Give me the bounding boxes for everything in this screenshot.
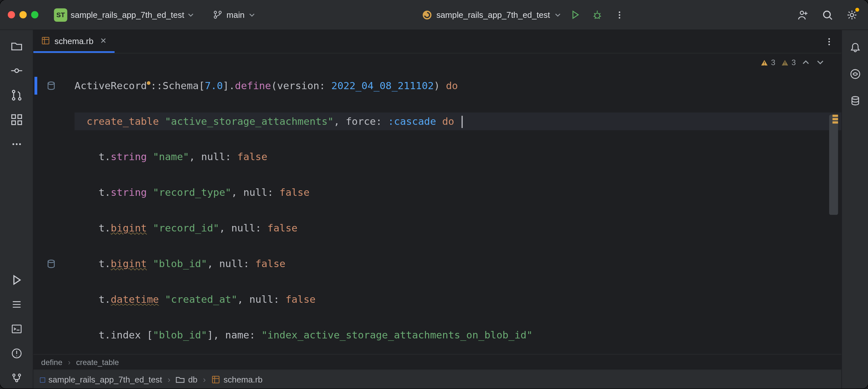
breadcrumb-define[interactable]: define <box>41 358 63 366</box>
project-badge: ST <box>54 8 67 21</box>
svg-point-28 <box>829 41 830 43</box>
svg-rect-26 <box>42 37 49 44</box>
terminal-tool-button[interactable] <box>6 318 27 339</box>
run-config-selector[interactable]: sample_rails_app_7th_ed_test <box>422 10 561 20</box>
svg-point-0 <box>214 11 217 13</box>
problems-tool-button[interactable] <box>6 343 27 364</box>
tab-label: schema.rb <box>54 36 93 46</box>
window-controls <box>8 11 38 18</box>
ai-assistant-tool-button[interactable] <box>844 63 865 85</box>
more-tools-button[interactable] <box>6 134 27 155</box>
editor[interactable]: 3 3 <box>33 54 841 354</box>
chevron-right-icon: › <box>167 375 170 384</box>
folder-icon <box>176 375 185 384</box>
svg-point-24 <box>18 374 21 377</box>
close-window-button[interactable] <box>8 11 15 18</box>
editor-tabs: schema.rb ✕ <box>33 30 841 54</box>
notifications-tool-button[interactable] <box>844 37 865 58</box>
svg-point-19 <box>16 143 17 145</box>
svg-point-5 <box>619 14 620 16</box>
ide-window: ST sample_rails_app_7th_ed_test main sam… <box>0 0 868 388</box>
pull-requests-tool-button[interactable] <box>6 85 27 106</box>
gutter-table-icon-2[interactable] <box>46 258 57 269</box>
ide-body: schema.rb ✕ 3 <box>0 30 868 389</box>
nav-dir[interactable]: db <box>176 375 197 384</box>
chevron-down-icon <box>248 11 255 18</box>
navigation-bar: □ sample_rails_app_7th_ed_test › db › sc… <box>33 369 841 388</box>
svg-rect-32 <box>213 376 219 383</box>
more-run-options-button[interactable] <box>611 6 628 23</box>
close-tab-button[interactable]: ✕ <box>100 36 107 45</box>
breadcrumb-separator-icon: › <box>68 358 71 366</box>
titlebar: ST sample_rails_app_7th_ed_test main sam… <box>0 0 868 30</box>
svg-rect-21 <box>12 325 21 333</box>
svg-point-8 <box>824 11 831 18</box>
run-toolbar: sample_rails_app_7th_ed_test <box>261 6 789 23</box>
breadcrumb-create-table[interactable]: create_table <box>76 358 119 366</box>
svg-point-27 <box>829 38 830 39</box>
project-tool-button[interactable] <box>6 36 27 57</box>
vcs-branch-selector[interactable]: main <box>213 10 255 20</box>
svg-point-10 <box>14 69 18 72</box>
tab-schema-rb[interactable]: schema.rb ✕ <box>33 30 115 53</box>
db-file-icon <box>212 375 220 384</box>
svg-point-12 <box>12 98 14 100</box>
right-tool-rail <box>841 30 868 389</box>
svg-point-23 <box>12 374 15 377</box>
db-file-icon <box>41 36 50 45</box>
module-icon: □ <box>40 375 45 384</box>
svg-point-29 <box>829 44 830 45</box>
settings-button[interactable] <box>844 6 861 23</box>
commit-tool-button[interactable] <box>6 60 27 81</box>
branch-icon <box>213 10 222 20</box>
nav-root[interactable]: □ sample_rails_app_7th_ed_test <box>40 375 162 384</box>
svg-point-13 <box>18 98 21 100</box>
rails-icon <box>422 10 432 20</box>
svg-point-4 <box>619 11 620 13</box>
tabs-more-button[interactable] <box>817 30 841 53</box>
svg-point-6 <box>619 17 620 19</box>
svg-point-31 <box>48 260 54 262</box>
todo-tool-button[interactable] <box>6 294 27 315</box>
svg-point-18 <box>12 143 14 145</box>
chevron-down-icon <box>188 11 194 18</box>
titlebar-right <box>795 6 861 23</box>
text-caret <box>461 116 462 128</box>
vcs-tool-button[interactable] <box>6 367 27 388</box>
svg-point-33 <box>852 96 859 100</box>
svg-rect-14 <box>12 115 15 118</box>
svg-point-2 <box>219 11 221 13</box>
run-config-name: sample_rails_app_7th_ed_test <box>436 10 550 20</box>
svg-rect-17 <box>18 121 21 124</box>
svg-point-7 <box>800 11 804 14</box>
edit-dot-icon: ● <box>147 79 150 86</box>
project-selector[interactable]: ST sample_rails_app_7th_ed_test <box>54 8 194 21</box>
gutter-table-icon-1[interactable] <box>46 80 57 91</box>
minimize-window-button[interactable] <box>20 11 27 18</box>
branch-name: main <box>226 10 245 20</box>
svg-rect-15 <box>18 115 21 118</box>
error-stripe[interactable] <box>829 115 838 215</box>
svg-point-20 <box>19 143 21 145</box>
search-everywhere-button[interactable] <box>819 6 836 23</box>
svg-point-11 <box>12 90 14 93</box>
breadcrumbs-bar: define › create_table <box>33 354 841 369</box>
structure-tool-button[interactable] <box>6 109 27 130</box>
zoom-window-button[interactable] <box>31 11 38 18</box>
code-with-me-button[interactable] <box>795 6 812 23</box>
svg-point-3 <box>595 13 599 18</box>
database-tool-button[interactable] <box>844 90 865 111</box>
svg-rect-16 <box>12 121 15 124</box>
svg-point-9 <box>850 13 854 16</box>
debug-button[interactable] <box>589 6 606 23</box>
nav-file[interactable]: schema.rb <box>212 375 263 384</box>
svg-point-30 <box>48 82 54 85</box>
run-tool-button[interactable] <box>6 269 27 290</box>
run-button[interactable] <box>567 6 584 23</box>
left-tool-rail <box>0 30 33 389</box>
gutter[interactable] <box>33 54 69 354</box>
code-area[interactable]: ActiveRecord●::Schema[7.0].define(versio… <box>69 54 841 354</box>
editor-area: schema.rb ✕ 3 <box>33 30 841 389</box>
chevron-right-icon: › <box>203 375 206 384</box>
project-name: sample_rails_app_7th_ed_test <box>71 10 184 20</box>
